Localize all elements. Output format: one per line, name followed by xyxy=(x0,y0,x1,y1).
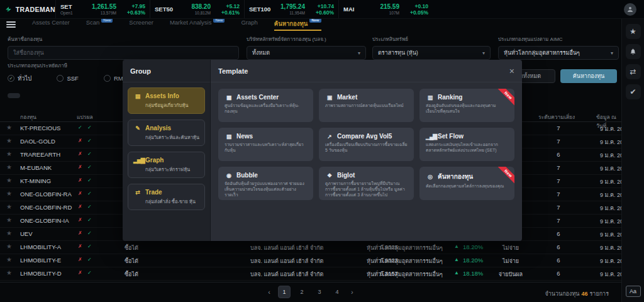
star-icon[interactable]: ★ xyxy=(626,24,641,39)
fund-name[interactable]: DAOL-GOLD xyxy=(20,138,55,145)
search-funds-button[interactable]: ค้นหากองทุน xyxy=(560,69,617,83)
data-date: 9 ม.ค. 2026 xyxy=(600,191,621,199)
next-page-icon[interactable]: › xyxy=(348,288,356,296)
favorite-star-icon[interactable]: ★ xyxy=(6,124,12,131)
template-card[interactable]: ▁▄▇ Set Flow แสดงกระแสเงินทุนไหลเข้าและอ… xyxy=(419,128,514,161)
data-date: 9 ม.ค. 2026 xyxy=(600,257,621,266)
favorite-star-icon[interactable]: ★ xyxy=(6,243,12,250)
prev-page-icon[interactable]: ‹ xyxy=(265,288,273,296)
risk-level: 7 xyxy=(551,191,566,198)
index-ticker[interactable]: SET Open1 1,261.55 13,579M +7.95 +0.63% xyxy=(55,0,150,18)
group-item[interactable]: ✎ Analysis กลุ่มวิเคราะห์และค้นหาหุ้น xyxy=(128,120,205,146)
template-card[interactable]: ◎ ค้นหากองทุน คัดเลือกกองทุนตามสไตล์การล… xyxy=(419,167,514,200)
index-ticker[interactable]: MAI 215.59 107M +0.10 +0.05% xyxy=(338,0,433,18)
group-list: ▤ Assets Info กลุ่มข้อมูลเกี่ยวกับหุ้น ✎… xyxy=(123,82,210,221)
risk-level: 7 xyxy=(551,177,566,184)
favorite-star-icon[interactable]: ★ xyxy=(6,203,12,210)
fund-name[interactable]: TRAREEARTH xyxy=(20,151,60,158)
amc-select[interactable]: ทั้งหมด ▾ xyxy=(247,46,366,60)
fund-name[interactable]: ONE-GLOBFIN-IA xyxy=(20,217,69,224)
tax-type-radio[interactable]: SSF xyxy=(57,74,78,83)
index-ticker[interactable]: SET100 1,795.24 11,954M +10.74 +0.60% xyxy=(244,0,338,18)
aimc-select[interactable]: หุ้นทั่วโลกกลุ่มอุตสาหกรรมอื่นๆ ▾ xyxy=(498,46,619,60)
menu-icon[interactable] xyxy=(6,21,16,28)
result-tab[interactable] xyxy=(24,93,36,98)
group-description: กลุ่มส่งคำสั่ง ซื้อ-ขาย หุ้น xyxy=(145,198,199,205)
index-ticker[interactable]: SET50 838.20 10,812M +5.12 +0.61% xyxy=(150,0,244,18)
nav-item[interactable]: Graph xyxy=(241,19,257,31)
favorite-star-icon[interactable]: ★ xyxy=(6,256,12,263)
chevron-down-icon: ▾ xyxy=(482,50,485,56)
asset-type-label: ประเภทสินทรัพย์ xyxy=(372,35,491,43)
fund-name-search-input[interactable] xyxy=(8,46,239,60)
user-avatar[interactable] xyxy=(624,3,636,16)
favorite-star-icon[interactable]: ★ xyxy=(6,177,12,184)
fund-name[interactable]: KT-PRECIOUS xyxy=(20,125,60,131)
aimc-label: ประเภทกองทุนแบ่งตาม AIMC xyxy=(498,35,619,43)
group-item[interactable]: ▂▅▇ Graph กลุ่มวิเคราะห์กราฟหุ้น xyxy=(128,152,205,178)
result-tab[interactable] xyxy=(57,93,69,98)
asset-type-select[interactable]: ตราสารทุน (หุ้น) ▾ xyxy=(372,46,491,60)
transfer-icon[interactable]: ⇄ xyxy=(626,64,641,79)
template-card[interactable]: ▦ Assets Center ศูนย์รวมข้อมูลและเครื่อง… xyxy=(218,89,313,122)
group-icon: ▂▅▇ xyxy=(133,157,142,164)
index-volume: 10,812M xyxy=(184,11,211,15)
fund-name[interactable]: KT-MINING xyxy=(20,177,51,184)
fund-name[interactable]: UEV xyxy=(20,230,33,237)
index-session: Open1 xyxy=(60,11,89,15)
favorite-star-icon[interactable]: ★ xyxy=(6,164,12,171)
fund-name[interactable]: M-EUBANK xyxy=(20,164,52,171)
group-item[interactable]: ▤ Assets Info กลุ่มข้อมูลเกี่ยวกับหุ้น xyxy=(128,87,205,114)
index-volume: 107M xyxy=(372,11,399,15)
nav-item[interactable]: ค้นหากองทุน New xyxy=(274,19,321,31)
favorite-star-icon[interactable]: ★ xyxy=(6,269,12,276)
table-row[interactable]: ★ LHMOBILITY-E ✗ ✓ ซื้อได้ บลจ. แลนด์ แอ… xyxy=(0,254,621,267)
template-card[interactable]: ◉ Bubble จัดอันดับหุ้นด้วยรูปแบบฟองอากาศ… xyxy=(218,167,313,200)
template-card[interactable]: ▥ Ranking ส่องดูอันดับเด่นของหุ้นและกองท… xyxy=(419,89,514,122)
survey-check-icon[interactable]: ✔ xyxy=(626,84,641,99)
index-name: MAI xyxy=(343,6,372,13)
font-size-button[interactable]: Aa xyxy=(626,286,641,297)
fund-name[interactable]: ONE-GLOBFIN-RA xyxy=(20,191,72,198)
favorite-star-icon[interactable]: ★ xyxy=(6,150,12,157)
nav-item[interactable]: Market Analysis New xyxy=(170,19,225,31)
risk-level: 6 xyxy=(551,230,566,237)
bell-icon[interactable] xyxy=(626,44,641,59)
nav-item[interactable]: Assets Center xyxy=(32,19,70,31)
page-button[interactable]: 3 xyxy=(313,286,326,298)
template-card[interactable]: ❖ Biglot ดูภาพรวมการซื้อขายรายใหญ่ที่มีป… xyxy=(319,167,414,200)
group-item[interactable]: ⇄ Trade กลุ่มส่งคำสั่ง ซื้อ-ขาย หุ้น xyxy=(128,184,205,210)
fund-name[interactable]: LHMOBILITY-E xyxy=(20,257,61,264)
favorite-star-icon[interactable]: ★ xyxy=(6,216,12,223)
risk-level: 7 xyxy=(551,204,566,211)
risk-level: 7 xyxy=(551,217,566,224)
fund-name[interactable]: LHMOBILITY-D xyxy=(20,270,62,277)
close-icon[interactable]: × xyxy=(509,67,514,76)
index-change-percent: +0.60% xyxy=(309,9,334,16)
page-button[interactable]: 4 xyxy=(331,286,343,298)
up-arrow-icon: ▲ xyxy=(454,243,459,249)
app-logo[interactable]: TRADEMAN xyxy=(0,4,55,14)
result-tab[interactable] xyxy=(8,93,20,98)
page-button[interactable]: 1 xyxy=(278,286,291,298)
tax-type-radio[interactable]: ✓ ทั่วไป xyxy=(8,74,31,83)
favorite-star-icon[interactable]: ★ xyxy=(6,137,12,144)
template-icon: ▦ xyxy=(225,94,233,101)
fund-company: บลจ. แลนด์ แอนด์ เฮ้าส์ จำกัด xyxy=(250,257,323,266)
template-card[interactable]: ↗ Compare Avg Vol5 เครื่องมือเปรียบเทียบ… xyxy=(319,128,414,161)
template-name: ค้นหากองทุน xyxy=(438,172,473,181)
favorite-star-icon[interactable]: ★ xyxy=(6,190,12,197)
fund-name[interactable]: ONE-GLOBFIN-RD xyxy=(20,204,72,211)
result-tab[interactable] xyxy=(40,93,53,98)
fund-count-status: จำนวนกองทุน46รายการ xyxy=(545,289,609,298)
page-button[interactable]: 2 xyxy=(296,286,308,298)
template-card[interactable]: ▣ Market ภาพรวมสถานการณ์ตลาดหุ้นแบบเรียล… xyxy=(319,89,414,122)
template-card[interactable]: ▤ News รวบรวมข่าวสารและบทวิเคราะห์ล่าสุด… xyxy=(218,128,313,161)
table-row[interactable]: ★ LHMOBILITY-A ✗ ✓ ซื้อได้ บลจ. แลนด์ แอ… xyxy=(0,241,621,254)
nav-item[interactable]: Scan New xyxy=(86,19,113,31)
pagination: ‹ 1234 › xyxy=(0,286,621,298)
nav-item[interactable]: Screener xyxy=(129,19,153,31)
favorite-star-icon[interactable]: ★ xyxy=(6,230,12,237)
fund-name[interactable]: LHMOBILITY-A xyxy=(20,243,61,250)
table-row[interactable]: ★ LHMOBILITY-D ✗ ✓ ซื้อได้ บลจ. แลนด์ แอ… xyxy=(0,267,621,281)
